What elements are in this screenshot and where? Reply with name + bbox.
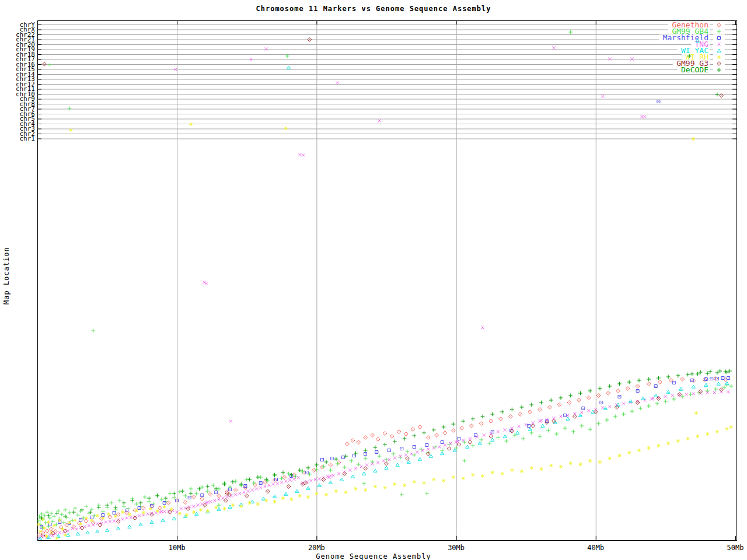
data-point [426, 436, 430, 440]
data-point [451, 429, 455, 433]
data-point [192, 495, 196, 499]
data-point [208, 492, 212, 496]
data-point [101, 516, 104, 520]
data-point [73, 506, 77, 510]
data-point [404, 432, 408, 436]
data-point [509, 415, 513, 419]
data-point [163, 505, 166, 509]
data-point [567, 401, 571, 405]
data-point [255, 487, 258, 490]
tick-labels: chrYchrXchr22chr21chr20chr19chr18chr17ch… [16, 21, 744, 552]
data-point [63, 508, 67, 512]
data-point [393, 456, 396, 459]
data-point [678, 393, 682, 397]
data-point [194, 492, 198, 496]
data-point [280, 481, 283, 484]
data-point [238, 492, 241, 495]
data-point [263, 485, 266, 488]
data-point [52, 514, 56, 519]
data-point [715, 377, 718, 380]
data-point [403, 484, 406, 487]
data-point [199, 508, 203, 512]
strip-point-chr8 [657, 100, 660, 103]
data-point [223, 507, 226, 510]
data-point [432, 428, 436, 432]
data-point [654, 394, 658, 397]
data-point [37, 523, 40, 526]
data-point [142, 511, 145, 514]
data-point [47, 520, 50, 524]
data-point [252, 481, 256, 485]
data-point [315, 463, 319, 467]
data-point [305, 480, 308, 483]
data-point [158, 506, 162, 510]
data-point [289, 498, 293, 501]
data-point [713, 391, 716, 394]
data-point [130, 499, 134, 503]
data-point [172, 517, 176, 520]
data-point [354, 467, 357, 470]
data-point [371, 433, 375, 438]
data-point [139, 501, 143, 505]
data-point [113, 519, 116, 522]
data-point [324, 493, 328, 496]
data-point [217, 498, 220, 501]
data-point [256, 475, 260, 480]
data-point [217, 494, 221, 498]
data-point [588, 459, 592, 463]
data-point [461, 419, 465, 424]
data-point [622, 402, 625, 405]
data-point [491, 471, 494, 474]
data-point [714, 387, 718, 391]
data-point [180, 489, 184, 494]
data-point [85, 516, 88, 520]
data-point [348, 468, 351, 471]
data-point [587, 396, 591, 400]
data-point [637, 379, 641, 383]
data-point [404, 453, 407, 456]
series-marshfield [40, 377, 730, 528]
data-point [458, 438, 460, 440]
data-point [406, 450, 410, 454]
data-point [413, 480, 416, 484]
data-point [578, 391, 582, 396]
data-point [139, 523, 142, 526]
data-point [504, 428, 507, 431]
data-point [393, 440, 397, 444]
data-point [672, 382, 675, 384]
data-point [596, 422, 601, 426]
data-point [521, 437, 525, 441]
data-point [626, 387, 630, 391]
data-point [209, 500, 212, 503]
data-point [90, 519, 93, 522]
data-point [397, 430, 401, 434]
data-point [729, 425, 733, 429]
data-point [68, 521, 71, 524]
data-point [462, 439, 465, 442]
data-point [400, 447, 403, 450]
data-point [233, 480, 238, 484]
data-point [344, 491, 348, 494]
data-point [256, 502, 260, 506]
data-point [354, 487, 357, 491]
data-point [460, 426, 464, 430]
data-point [146, 512, 149, 515]
data-point [58, 531, 61, 534]
data-point [106, 528, 109, 531]
data-point [608, 405, 611, 408]
data-point [251, 488, 254, 491]
data-point [147, 496, 151, 501]
data-point [284, 492, 288, 495]
data-point [608, 457, 612, 460]
data-point [647, 377, 651, 382]
data-point [58, 519, 61, 522]
strip-point-chr12 [336, 81, 339, 84]
data-point [559, 415, 562, 418]
data-point [317, 484, 321, 487]
data-point [118, 499, 122, 503]
data-point [435, 433, 439, 438]
data-point [444, 443, 446, 446]
data-point [245, 494, 249, 498]
data-point [284, 480, 287, 482]
data-point [121, 510, 124, 514]
